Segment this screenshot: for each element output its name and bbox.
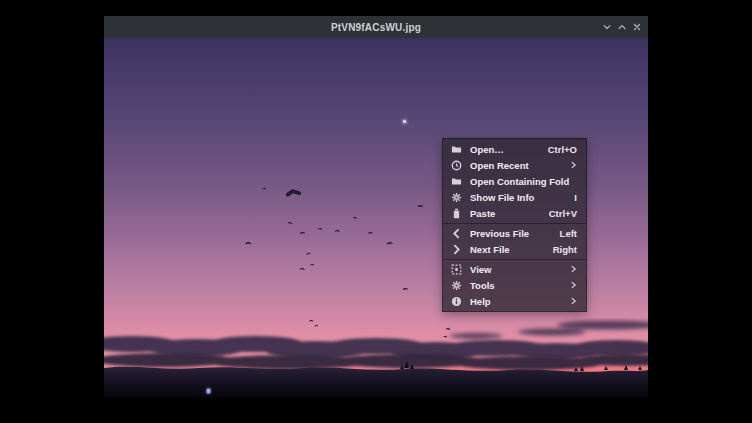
menu-item-show-file-info[interactable]: Show File Info I: [443, 189, 586, 205]
image-viewer-window: PtVN9fACsWU.jpg: [104, 16, 648, 398]
window-controls: [599, 16, 644, 38]
folder-icon: [451, 144, 462, 155]
menu-item-label: Paste: [470, 208, 541, 219]
menu-item-shortcut: Ctrl+O: [548, 144, 577, 155]
bird-silhouette: [284, 184, 300, 196]
bird-silhouette: [245, 240, 251, 244]
menu-item-label: Next File: [470, 244, 545, 255]
menu-item-label: Open…: [470, 144, 540, 155]
view-icon: [451, 264, 462, 275]
clock-icon: [451, 160, 462, 171]
bird-silhouette: [299, 266, 304, 269]
menu-item-label: Previous File: [470, 228, 552, 239]
bird-silhouette: [387, 240, 392, 243]
bird-silhouette: [335, 229, 340, 232]
menu-item-previous-file[interactable]: Previous File Left: [443, 225, 586, 241]
maximize-button[interactable]: [614, 18, 629, 36]
chevron-down-icon: [602, 18, 612, 36]
submenu-arrow-icon: [570, 264, 577, 274]
menu-item-label: Open Recent: [470, 160, 562, 171]
menu-item-tools[interactable]: Tools: [443, 277, 586, 293]
menu-item-view[interactable]: View: [443, 261, 586, 277]
bird-silhouette: [288, 220, 293, 223]
minimize-button[interactable]: [599, 18, 614, 36]
close-button[interactable]: [629, 18, 644, 36]
bird-silhouette: [262, 187, 266, 189]
menu-item-shortcut: I: [574, 192, 577, 203]
bird-silhouette: [386, 242, 390, 244]
chevron-left-icon: [451, 228, 462, 239]
menu-item-shortcut: Right: [553, 244, 577, 255]
close-icon: [632, 18, 642, 36]
bird-silhouette: [402, 286, 407, 289]
bird-silhouette: [368, 230, 373, 233]
menu-item-label: Show File Info: [470, 192, 566, 203]
chevron-up-icon: [617, 18, 627, 36]
menu-item-label: View: [470, 264, 562, 275]
paste-icon: [451, 208, 462, 219]
window-title: PtVN9fACsWU.jpg: [331, 22, 421, 33]
menu-item-label: Help: [470, 296, 562, 307]
star-dot: [403, 120, 406, 123]
sunset-clouds-hills: [104, 298, 648, 398]
gear-icon: [451, 280, 462, 291]
gear-icon: [451, 192, 462, 203]
bird-silhouette: [306, 251, 310, 254]
submenu-arrow-icon: [570, 296, 577, 306]
submenu-arrow-icon: [570, 280, 577, 290]
menu-item-next-file[interactable]: Next File Right: [443, 241, 586, 257]
menu-separator: [443, 259, 586, 260]
context-menu: Open… Ctrl+O Open Recent Open Containing…: [442, 138, 587, 312]
menu-item-open-recent[interactable]: Open Recent: [443, 157, 586, 173]
menu-item-paste[interactable]: Paste Ctrl+V: [443, 205, 586, 221]
menu-item-open[interactable]: Open… Ctrl+O: [443, 141, 586, 157]
hill-silhouette: [104, 367, 648, 398]
chevron-right-icon: [451, 244, 462, 255]
menu-item-help[interactable]: Help: [443, 293, 586, 309]
menu-item-label: Tools: [470, 280, 562, 291]
folder-icon: [451, 176, 462, 187]
menu-item-open-containing-folder[interactable]: Open Containing Folder: [443, 173, 586, 189]
bird-silhouette: [353, 215, 357, 218]
submenu-arrow-icon: [570, 160, 577, 170]
titlebar[interactable]: PtVN9fACsWU.jpg: [104, 16, 648, 38]
bird-silhouette: [299, 230, 304, 233]
info-icon: [451, 296, 462, 307]
menu-item-shortcut: Ctrl+V: [549, 208, 577, 219]
photo-canvas[interactable]: Open… Ctrl+O Open Recent Open Containing…: [104, 38, 648, 398]
bird-silhouette: [318, 227, 322, 230]
bird-silhouette: [310, 263, 314, 265]
menu-item-shortcut: Left: [560, 228, 577, 239]
bird-silhouette: [417, 203, 422, 206]
menu-separator: [443, 223, 586, 224]
menu-item-label: Open Containing Folder: [470, 176, 569, 187]
